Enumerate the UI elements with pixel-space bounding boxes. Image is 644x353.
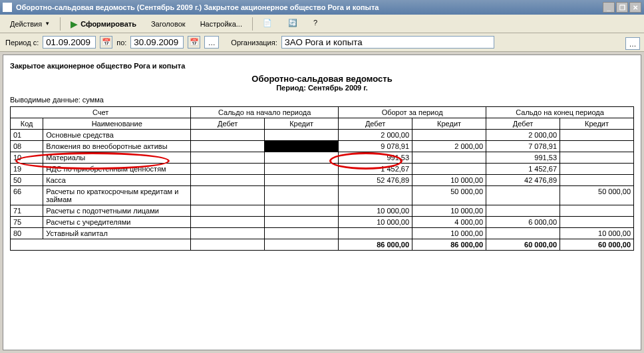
- header-button[interactable]: Заголовок: [145, 17, 192, 31]
- cell-code[interactable]: 50: [11, 175, 43, 186]
- tool-icon-1[interactable]: 📄: [257, 16, 279, 32]
- cell-sd[interactable]: [191, 130, 265, 141]
- cell-ec[interactable]: [560, 164, 634, 175]
- table-row[interactable]: 50Касса52 476,8910 000,0042 476,89: [11, 175, 634, 186]
- cell-td[interactable]: 10 000,00: [339, 205, 412, 217]
- cell-sd[interactable]: [191, 217, 265, 228]
- cell-ec[interactable]: 10 000,00: [560, 228, 634, 239]
- period-to-input[interactable]: [130, 36, 184, 49]
- cell-name[interactable]: Уставный капитал: [43, 228, 191, 239]
- cell-tc[interactable]: [412, 152, 486, 164]
- cell-tc[interactable]: 10 000,00: [412, 175, 486, 186]
- cell-name[interactable]: НДС по приобретенным ценностям: [43, 164, 191, 175]
- cell-ec[interactable]: [560, 175, 634, 186]
- cell-ed[interactable]: 7 078,91: [486, 141, 560, 152]
- table-row[interactable]: 10Материалы991,53991,53: [11, 152, 634, 164]
- table-row[interactable]: 19НДС по приобретенным ценностям1 452,67…: [11, 164, 634, 175]
- refresh-icon: 🔄: [288, 19, 299, 29]
- cell-name[interactable]: Расчеты по краткосрочным кредитам и займ…: [43, 186, 191, 205]
- cell-ed[interactable]: [486, 186, 560, 205]
- table-row[interactable]: 80Уставный капитал10 000,0010 000,00: [11, 228, 634, 239]
- table-row[interactable]: 01Основные средства2 000,002 000,00: [11, 130, 634, 141]
- cell-sd[interactable]: [191, 152, 265, 164]
- org-input[interactable]: [281, 36, 494, 49]
- cell-tc[interactable]: 4 000,00: [412, 217, 486, 228]
- cell-ed[interactable]: 42 476,89: [486, 175, 560, 186]
- cell-name[interactable]: Расчеты с подотчетными лицами: [43, 205, 191, 217]
- cell-sc[interactable]: [265, 141, 339, 152]
- cell-sc[interactable]: [265, 217, 339, 228]
- cell-name[interactable]: Основные средства: [43, 130, 191, 141]
- period-select-button[interactable]: …: [204, 36, 219, 49]
- cell-tc[interactable]: 50 000,00: [412, 186, 486, 205]
- cell-sc[interactable]: [265, 205, 339, 217]
- cell-code[interactable]: 10: [11, 152, 43, 164]
- cell-sd[interactable]: [191, 186, 265, 205]
- table-row[interactable]: 08Вложения во внеоборотные активы9 078,9…: [11, 141, 634, 152]
- help-button[interactable]: ?: [307, 16, 330, 32]
- cell-td[interactable]: 2 000,00: [339, 130, 412, 141]
- cell-sc[interactable]: [265, 164, 339, 175]
- actions-menu[interactable]: Действия ▼: [4, 17, 56, 31]
- cell-code[interactable]: 66: [11, 186, 43, 205]
- cell-sd[interactable]: [191, 141, 265, 152]
- cell-td[interactable]: 52 476,89: [339, 175, 412, 186]
- cell-ed[interactable]: [486, 228, 560, 239]
- period-from-input[interactable]: [43, 36, 96, 49]
- cell-tc[interactable]: 10 000,00: [412, 228, 486, 239]
- minimize-button[interactable]: _: [603, 2, 615, 13]
- settings-button[interactable]: Настройка...: [194, 17, 248, 31]
- cell-sd[interactable]: [191, 228, 265, 239]
- cell-ed[interactable]: 2 000,00: [486, 130, 560, 141]
- cell-tc[interactable]: [412, 130, 486, 141]
- cell-ed[interactable]: 6 000,00: [486, 217, 560, 228]
- cell-code[interactable]: 08: [11, 141, 43, 152]
- cell-tc[interactable]: [412, 164, 486, 175]
- cell-code[interactable]: 19: [11, 164, 43, 175]
- period-to-calendar-button[interactable]: 📅: [188, 36, 200, 49]
- cell-tc[interactable]: 10 000,00: [412, 205, 486, 217]
- cell-name[interactable]: Касса: [43, 175, 191, 186]
- cell-td[interactable]: 991,53: [339, 152, 412, 164]
- cell-sd[interactable]: [191, 175, 265, 186]
- cell-ec[interactable]: [560, 205, 634, 217]
- cell-td[interactable]: 1 452,67: [339, 164, 412, 175]
- period-from-calendar-button[interactable]: 📅: [100, 36, 112, 49]
- table-row[interactable]: 66Расчеты по краткосрочным кредитам и за…: [11, 186, 634, 205]
- cell-ec[interactable]: [560, 141, 634, 152]
- cell-code[interactable]: 75: [11, 217, 43, 228]
- cell-ec[interactable]: [560, 217, 634, 228]
- cell-sc[interactable]: [265, 152, 339, 164]
- cell-ed[interactable]: [486, 205, 560, 217]
- table-row[interactable]: 75Расчеты с учредителями10 000,004 000,0…: [11, 217, 634, 228]
- cell-name[interactable]: Вложения во внеоборотные активы: [43, 141, 191, 152]
- cell-sc[interactable]: [265, 175, 339, 186]
- cell-code[interactable]: 80: [11, 228, 43, 239]
- cell-code[interactable]: 01: [11, 130, 43, 141]
- cell-sd[interactable]: [191, 205, 265, 217]
- cell-ed[interactable]: 991,53: [486, 152, 560, 164]
- cell-sd[interactable]: [191, 164, 265, 175]
- cell-td[interactable]: [339, 228, 412, 239]
- cell-ec[interactable]: [560, 130, 634, 141]
- report-area[interactable]: Закрытое акционерное общество Рога и коп…: [0, 52, 644, 353]
- cell-name[interactable]: Материалы: [43, 152, 191, 164]
- cell-ec[interactable]: 50 000,00: [560, 186, 634, 205]
- cell-td[interactable]: 9 078,91: [339, 141, 412, 152]
- cell-ed[interactable]: 1 452,67: [486, 164, 560, 175]
- cell-sc[interactable]: [265, 186, 339, 205]
- cell-td[interactable]: 10 000,00: [339, 217, 412, 228]
- table-row[interactable]: 71Расчеты с подотчетными лицами10 000,00…: [11, 205, 634, 217]
- form-button[interactable]: ▶ Сформировать: [65, 16, 142, 32]
- cell-td[interactable]: [339, 186, 412, 205]
- cell-sc[interactable]: [265, 130, 339, 141]
- org-select-button[interactable]: …: [625, 37, 640, 50]
- tool-icon-2[interactable]: 🔄: [282, 16, 305, 32]
- cell-name[interactable]: Расчеты с учредителями: [43, 217, 191, 228]
- cell-code[interactable]: 71: [11, 205, 43, 217]
- cell-sc[interactable]: [265, 228, 339, 239]
- close-button[interactable]: ✕: [629, 2, 641, 13]
- cell-tc[interactable]: 2 000,00: [412, 141, 486, 152]
- cell-ec[interactable]: [560, 152, 634, 164]
- maximize-button[interactable]: ❐: [616, 2, 628, 13]
